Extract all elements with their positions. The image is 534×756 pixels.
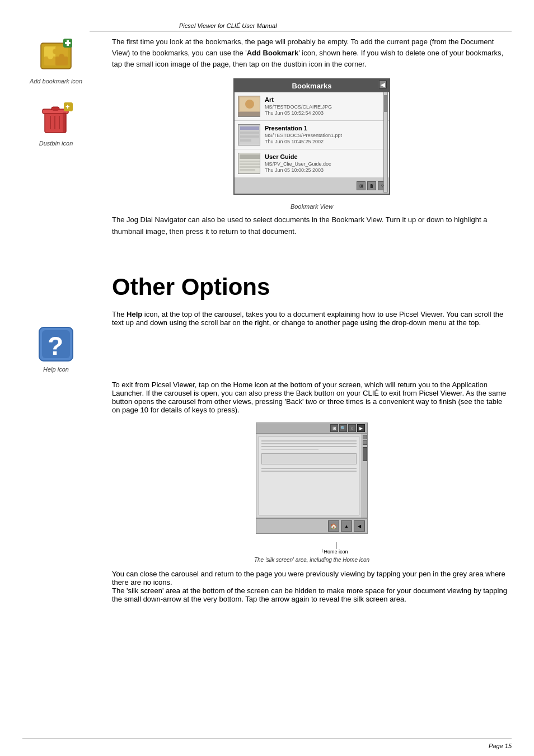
bottom-icon-2: 🗑: [367, 181, 376, 190]
other-options-section: Other Options The Help icon, at the top …: [112, 274, 512, 327]
home-icon-1: ⊞: [330, 424, 338, 432]
home-icon-3: ○: [348, 424, 356, 432]
svg-rect-10: [65, 42, 71, 44]
svg-rect-27: [240, 135, 259, 138]
svg-text:+: +: [65, 102, 70, 111]
bookmark-thumb-3: [238, 153, 260, 174]
home-icon-caption: └Home icon: [320, 549, 371, 555]
scroll-thumb: [363, 447, 367, 461]
dustbin-icon: +: [38, 101, 74, 138]
home-top-bar: ⊞ 🔍 ○ ▶: [256, 423, 367, 434]
bookmark-info-3: User Guide MS/PV_Clie_User_Guide.doc Thu…: [265, 153, 331, 174]
page-number: Page 15: [489, 743, 512, 749]
svg-rect-32: [240, 163, 260, 165]
svg-rect-23: [238, 112, 260, 117]
screenshot-bottom-bar: ⊞ 🗑 ?: [235, 178, 389, 194]
home-icon-4: ▶: [357, 424, 365, 432]
silk-icon-3: ◀: [354, 520, 365, 532]
home-doc-area: [259, 436, 359, 515]
svg-rect-25: [240, 126, 259, 130]
svg-rect-33: [240, 166, 260, 168]
home-icon-2: 🔍: [339, 424, 347, 432]
bookmark-info-1: Art MS/TESTDOCS/CLAIRE.JPG Thu Jun 05 10…: [265, 96, 332, 117]
bookmark-item-2: Presentation 1 MS/TESTDOCS/Presentation1…: [235, 121, 389, 149]
header-title: Picsel Viewer for CLIÉ User Manual: [179, 22, 277, 29]
home-screen-caption: The 'silk screen' area, including the Ho…: [253, 557, 371, 563]
bookmark-thumb-1: [238, 96, 260, 117]
bookmarks-screenshot: Bookmarks ◀: [233, 78, 390, 195]
header-rule: [90, 31, 512, 31]
main-content-top: The first time you look at the bookmarks…: [112, 36, 512, 244]
scrollbar-thumb: [384, 95, 387, 112]
dustbin-label: Dustbin icon: [39, 140, 73, 147]
left-icon-column: Add bookmark icon: [22, 36, 90, 147]
home-content-area: [256, 434, 367, 518]
home-scrollbar: [362, 434, 367, 518]
bookmark-item-3: User Guide MS/PV_Clie_User_Guide.doc Thu…: [235, 149, 389, 178]
bookmark-item-1: Art MS/TESTDOCS/CLAIRE.JPG Thu Jun 05 10…: [235, 92, 389, 121]
home-app-launcher: 🏠: [328, 520, 339, 532]
svg-text:?: ?: [48, 331, 63, 360]
bookmarks-paragraph2: The Jog Dial Navigator can also be used …: [112, 214, 512, 237]
other-options-paragraph1: The Help icon, at the top of the carouse…: [112, 310, 512, 327]
screenshot-titlebar: Bookmarks ◀: [235, 79, 389, 92]
bookmark-view-caption: Bookmark View: [231, 203, 393, 210]
add-bookmark-label: Add bookmark icon: [30, 78, 82, 84]
home-screenshot-container: ⊞ 🔍 ○ ▶: [253, 422, 371, 563]
help-icon-block: ? Help icon: [36, 325, 76, 373]
bookmark-thumb-2: [238, 124, 260, 145]
home-caption-container: └Home icon: [253, 542, 371, 555]
help-icon-column: ? Help icon: [22, 325, 90, 373]
help-icon-label: Help icon: [43, 366, 69, 373]
scroll-down: [363, 440, 367, 445]
svg-rect-13: [51, 107, 59, 110]
other-options-text: To exit from Picsel Viewer, tap on the H…: [112, 381, 512, 603]
svg-rect-34: [240, 169, 255, 171]
silk-icon-2: ▲: [341, 520, 352, 532]
svg-point-5: [48, 54, 53, 59]
add-bookmark-icon: [36, 36, 76, 76]
svg-point-7: [53, 49, 58, 54]
svg-point-22: [245, 100, 254, 109]
bookmarks-screenshot-container: Bookmarks ◀: [231, 78, 393, 210]
home-screenshot: ⊞ 🔍 ○ ▶: [256, 422, 368, 534]
dustbin-icon-block: + Dustbin icon: [38, 101, 74, 147]
footer-rule: [22, 739, 512, 739]
other-options-paragraph2: To exit from Picsel Viewer, tap on the H…: [112, 381, 512, 414]
home-silk-screen: 🏠 ▲ ◀: [256, 518, 367, 533]
corner-button: ◀: [379, 81, 387, 88]
bookmarks-paragraph1: The first time you look at the bookmarks…: [112, 36, 512, 70]
scrollbar-track: [383, 92, 388, 192]
svg-rect-30: [240, 154, 260, 159]
other-options-paragraph3: You can close the carousel and return to…: [112, 570, 512, 586]
svg-rect-17: [63, 112, 66, 133]
page-container: Picsel Viewer for CLIÉ User Manual: [0, 0, 534, 756]
add-bookmark-icon-block: Add bookmark icon: [30, 36, 82, 84]
other-options-heading: Other Options: [112, 274, 512, 300]
other-options-paragraph4: The 'silk screen' area at the bottom of …: [112, 586, 512, 603]
bottom-icon-1: ⊞: [357, 181, 366, 190]
svg-rect-31: [240, 161, 260, 162]
scroll-up: [363, 435, 367, 439]
svg-rect-26: [240, 132, 259, 134]
help-icon: ?: [36, 325, 76, 364]
svg-point-6: [59, 54, 64, 59]
bookmark-info-2: Presentation 1 MS/TESTDOCS/Presentation1…: [265, 124, 342, 145]
svg-rect-28: [240, 139, 251, 142]
home-caption-line: [336, 542, 371, 549]
